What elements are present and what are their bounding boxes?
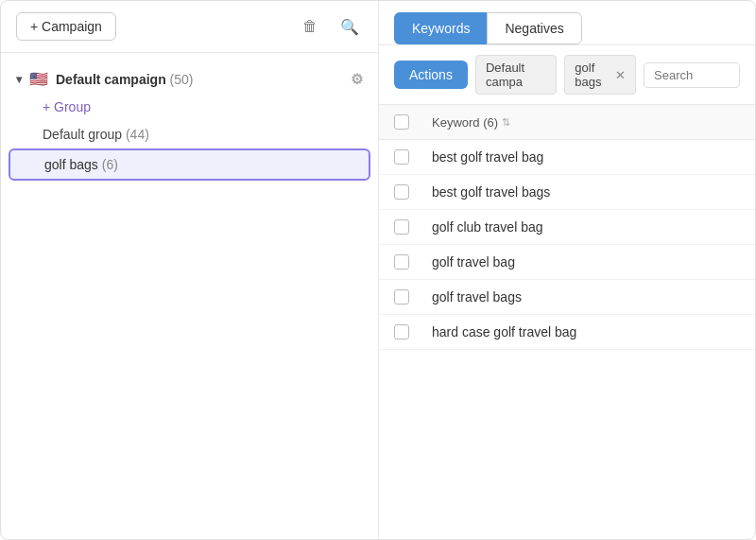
tabs-bar: Keywords Negatives	[379, 1, 755, 45]
select-all-checkbox[interactable]	[394, 114, 409, 130]
group-filter-label: golf bags	[575, 61, 610, 89]
keyword-checkbox-4[interactable]	[394, 289, 409, 305]
delete-icon[interactable]: 🗑	[299, 14, 321, 40]
tab-negatives[interactable]: Negatives	[487, 12, 581, 44]
left-panel: + Campaign 🗑 🔍 ▾ 🇺🇸 Default campaign (50…	[1, 1, 379, 539]
group-item-golf-bags[interactable]: golf bags (6)	[9, 148, 370, 181]
group-item-default[interactable]: Default group (44)	[9, 120, 370, 148]
campaign-filter-label: Default campa	[486, 61, 546, 89]
keyword-checkbox-cell-1	[394, 184, 424, 200]
keyword-column-header: Keyword (6)	[432, 115, 498, 130]
header-icons: 🗑 🔍	[299, 14, 363, 40]
keyword-row-3: golf travel bag	[379, 245, 755, 280]
keyword-checkbox-cell-2	[394, 219, 424, 235]
campaign-name: Default campaign (50)	[56, 72, 194, 87]
keyword-checkbox-0[interactable]	[394, 149, 409, 165]
keyword-checkbox-cell-4	[394, 289, 424, 305]
keyword-text-0: best golf travel bag	[432, 149, 543, 165]
keywords-table: Keyword (6) ⇅ best golf travel bag best …	[379, 105, 755, 539]
flag-icon: 🇺🇸	[29, 70, 48, 88]
group-filter-chip: golf bags ✕	[564, 55, 636, 95]
campaign-filter-chip: Default campa	[475, 55, 557, 95]
campaign-tree: ▾ 🇺🇸 Default campaign (50) ⚙ + Group Def…	[1, 53, 378, 539]
keyword-row-5: hard case golf travel bag	[379, 315, 755, 350]
search-icon[interactable]: 🔍	[336, 14, 363, 40]
keyword-row-2: golf club travel bag	[379, 210, 755, 245]
chevron-down-icon: ▾	[16, 73, 22, 86]
add-group-button[interactable]: + Group	[9, 94, 370, 120]
keyword-checkbox-cell-5	[394, 324, 424, 340]
keyword-row-1: best golf travel bags	[379, 175, 755, 210]
keyword-checkbox-cell-3	[394, 254, 424, 270]
add-campaign-button[interactable]: + Campaign	[16, 12, 116, 41]
tab-keywords[interactable]: Keywords	[394, 12, 487, 44]
campaign-row[interactable]: ▾ 🇺🇸 Default campaign (50) ⚙	[9, 64, 370, 94]
table-header: Keyword (6) ⇅	[379, 105, 755, 140]
search-input[interactable]	[654, 68, 730, 82]
keyword-checkbox-3[interactable]	[394, 254, 409, 270]
right-panel: Keywords Negatives Actions Default campa…	[379, 1, 755, 539]
main-container: + Campaign 🗑 🔍 ▾ 🇺🇸 Default campaign (50…	[0, 0, 756, 540]
search-wrapper[interactable]	[644, 62, 740, 88]
keyword-text-4: golf travel bags	[432, 289, 522, 305]
keyword-text-5: hard case golf travel bag	[432, 324, 576, 340]
left-header: + Campaign 🗑 🔍	[1, 1, 378, 53]
group-name-default: Default group	[43, 127, 126, 142]
group-name-golf-bags: golf bags	[44, 157, 102, 172]
group-count-default: (44)	[126, 127, 149, 142]
keyword-row-4: golf travel bags	[379, 280, 755, 315]
remove-group-filter-icon[interactable]: ✕	[615, 68, 626, 82]
campaign-count: (50)	[170, 72, 194, 87]
toolbar: Actions Default campa golf bags ✕	[379, 45, 755, 105]
keyword-row-0: best golf travel bag	[379, 140, 755, 175]
keyword-checkbox-5[interactable]	[394, 324, 409, 340]
actions-button[interactable]: Actions	[394, 61, 468, 89]
keyword-checkbox-2[interactable]	[394, 219, 409, 235]
group-count-golf-bags: (6)	[102, 157, 118, 172]
sort-icon: ⇅	[502, 116, 510, 129]
keyword-checkbox-cell-0	[394, 149, 424, 165]
keyword-text-1: best golf travel bags	[432, 184, 550, 200]
keyword-text-3: golf travel bag	[432, 254, 515, 270]
keyword-checkbox-1[interactable]	[394, 184, 409, 200]
keyword-text-2: golf club travel bag	[432, 219, 543, 235]
header-checkbox-cell	[394, 114, 424, 130]
settings-icon[interactable]: ⚙	[351, 71, 363, 88]
